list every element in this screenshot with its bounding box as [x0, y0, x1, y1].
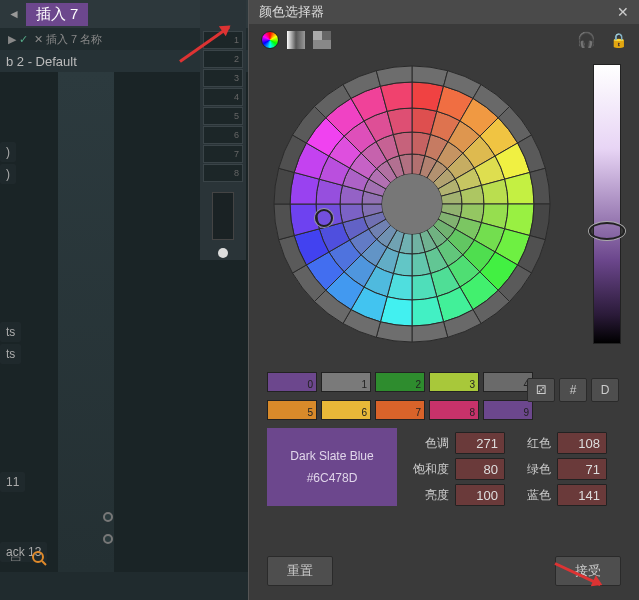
palette-swatch[interactable]: 0 — [267, 372, 317, 392]
dialog-actions: 重置 接受 — [249, 556, 639, 586]
gradient-mode-icon[interactable] — [287, 31, 305, 49]
headphone-icon[interactable]: 🎧 — [577, 31, 596, 49]
brightness-marker[interactable] — [589, 222, 625, 240]
folder-icon[interactable]: ▭ — [6, 550, 24, 566]
mixer-slider[interactable] — [212, 192, 234, 240]
light-label: 亮度 — [409, 487, 449, 504]
hex-mode-button[interactable]: # — [559, 378, 587, 402]
palette-swatch[interactable]: 2 — [375, 372, 425, 392]
check-icon[interactable]: ✓ — [19, 33, 28, 46]
palette-swatch[interactable]: 6 — [321, 400, 371, 420]
color-values: 色调 271 红色 108 饱和度 80 绿色 71 亮度 100 蓝色 141 — [409, 430, 629, 508]
mixer-slot[interactable]: 4 — [203, 88, 243, 106]
palette-swatch[interactable]: 4 — [483, 372, 533, 392]
color-preview: Dark Slate Blue #6C478D — [267, 428, 397, 506]
palette-row-2: 56789 — [267, 400, 639, 420]
random-color-button[interactable]: ⚂ — [527, 378, 555, 402]
side-item: ) — [0, 142, 16, 162]
track-lane — [58, 72, 114, 572]
play-icon[interactable]: ▶ — [8, 33, 16, 46]
side-item: 11 — [0, 472, 25, 492]
palette-swatch[interactable]: 3 — [429, 372, 479, 392]
palette-swatch[interactable]: 9 — [483, 400, 533, 420]
green-value[interactable]: 71 — [557, 458, 607, 480]
color-hex: #6C478D — [307, 471, 358, 485]
decimal-mode-button[interactable]: D — [591, 378, 619, 402]
insert-tab-name[interactable]: 插入 7 — [26, 3, 89, 26]
format-mode-buttons: ⚂ # D — [527, 378, 619, 402]
accept-button[interactable]: 接受 — [555, 556, 621, 586]
color-wheel[interactable] — [272, 64, 552, 344]
mixer-slot[interactable]: 6 — [203, 126, 243, 144]
side-item: ts — [0, 344, 21, 364]
green-label: 绿色 — [511, 461, 551, 478]
palette-swatch[interactable]: 5 — [267, 400, 317, 420]
lock-icon[interactable]: 🔒 — [610, 32, 627, 48]
mixer-pan-dot[interactable] — [218, 248, 228, 258]
track-node[interactable] — [103, 512, 113, 522]
red-value[interactable]: 108 — [557, 432, 607, 454]
picker-toolbar: 🎧 🔒 — [249, 24, 639, 56]
palette-swatch[interactable]: 1 — [321, 372, 371, 392]
color-picker-dialog: 颜色选择器 ✕ 🎧 🔒 01234 56789 ⚂ # D Dark — [248, 0, 639, 600]
track-node[interactable] — [103, 534, 113, 544]
blue-label: 蓝色 — [511, 487, 551, 504]
color-name: Dark Slate Blue — [290, 449, 373, 463]
search-icon[interactable] — [30, 550, 48, 566]
wheel-mode-icon[interactable] — [261, 31, 279, 49]
insert-name-label: 插入 7 名称 — [46, 32, 102, 47]
swatch-mode-icon[interactable] — [313, 31, 331, 49]
dialog-title: 颜色选择器 — [259, 3, 324, 21]
svg-point-3 — [382, 174, 442, 234]
bottom-tools: ▭ — [6, 550, 48, 566]
red-label: 红色 — [511, 435, 551, 452]
mixer-slot[interactable]: 2 — [203, 50, 243, 68]
side-item: ts — [0, 322, 21, 342]
palette-swatch[interactable]: 7 — [375, 400, 425, 420]
sat-label: 饱和度 — [409, 461, 449, 478]
brightness-slider[interactable] — [593, 64, 621, 344]
sat-value[interactable]: 80 — [455, 458, 505, 480]
side-item: ) — [0, 164, 16, 184]
hue-value[interactable]: 271 — [455, 432, 505, 454]
blue-value[interactable]: 141 — [557, 484, 607, 506]
reset-button[interactable]: 重置 — [267, 556, 333, 586]
mixer-slot[interactable]: 8 — [203, 164, 243, 182]
mixer-slot[interactable]: 5 — [203, 107, 243, 125]
mixer-slot[interactable]: 3 — [203, 69, 243, 87]
x-icon[interactable]: ✕ — [34, 33, 43, 46]
close-icon[interactable]: ✕ — [617, 4, 629, 20]
color-wheel-area — [262, 64, 627, 364]
hue-label: 色调 — [409, 435, 449, 452]
mixer-slot[interactable]: 7 — [203, 145, 243, 163]
chevron-left-icon[interactable]: ◄ — [8, 7, 20, 21]
palette-swatch[interactable]: 8 — [429, 400, 479, 420]
light-value[interactable]: 100 — [455, 484, 505, 506]
svg-line-1 — [42, 561, 46, 565]
dialog-titlebar: 颜色选择器 ✕ — [249, 0, 639, 24]
svg-point-0 — [33, 552, 43, 562]
wheel-selection-marker[interactable] — [315, 209, 333, 227]
